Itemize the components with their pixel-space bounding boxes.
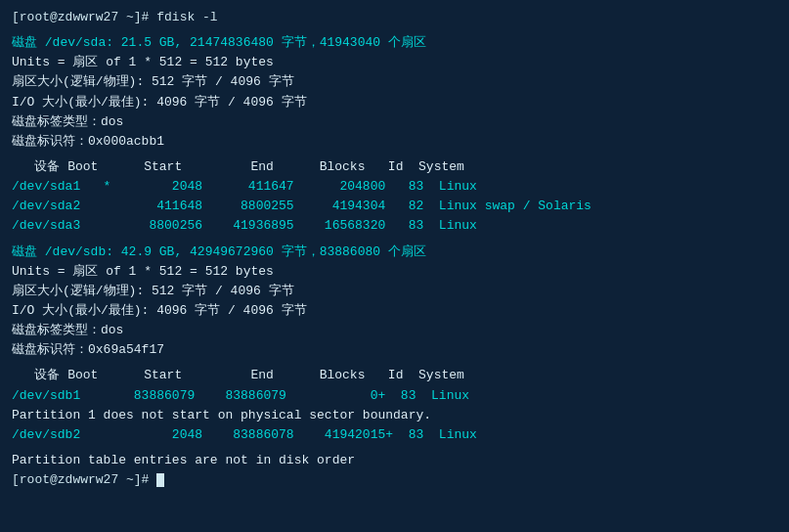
cmd-line: [root@zdwwrw27 ~]# fdisk -l	[12, 8, 777, 27]
order-warn: Partition table entries are not in disk …	[12, 451, 777, 470]
sdb-info1: 磁盘 /dev/sdb: 42.9 GB, 42949672960 字节，838…	[12, 243, 777, 262]
sda2-row: /dev/sda2 411648 8800255 4194304 82 Linu…	[12, 197, 777, 216]
sdb1-row: /dev/sdb1 83886079 83886079 0+ 83 Linux	[12, 386, 777, 406]
sdb-label: 磁盘标签类型：dos	[12, 321, 777, 340]
sdb-units: Units = 扇区 of 1 * 512 = 512 bytes	[12, 262, 777, 282]
sda-info1: 磁盘 /dev/sda: 21.5 GB, 21474836480 字节，419…	[12, 33, 777, 53]
sdb2-row: /dev/sdb2 2048 83886078 41942015+ 83 Lin…	[12, 425, 777, 445]
sdb-header: 设备 Boot Start End Blocks Id System	[12, 366, 777, 385]
sda-io: I/O 大小(最小/最佳): 4096 字节 / 4096 字节	[12, 93, 777, 112]
sda1-row: /dev/sda1 * 2048 411647 204800 83 Linux	[12, 177, 777, 197]
sdb1-warn: Partition 1 does not start on physical s…	[12, 406, 777, 425]
sda-header: 设备 Boot Start End Blocks Id System	[12, 157, 777, 177]
sdb-io: I/O 大小(最小/最佳): 4096 字节 / 4096 字节	[12, 301, 777, 321]
sdb-sector: 扇区大小(逻辑/物理): 512 字节 / 4096 字节	[12, 282, 777, 301]
terminal-window: [root@zdwwrw27 ~]# fdisk -l磁盘 /dev/sda: …	[0, 0, 789, 532]
sda3-row: /dev/sda3 8800256 41936895 16568320 83 L…	[12, 216, 777, 236]
prompt-end: [root@zdwwrw27 ~]#	[12, 470, 777, 490]
sda-label: 磁盘标签类型：dos	[12, 112, 777, 132]
sdb-id: 磁盘标识符：0x69a54f17	[12, 340, 777, 360]
sda-id: 磁盘标识符：0x000acbb1	[12, 132, 777, 152]
terminal-cursor	[156, 473, 164, 487]
sda-units: Units = 扇区 of 1 * 512 = 512 bytes	[12, 53, 777, 72]
sda-sector: 扇区大小(逻辑/物理): 512 字节 / 4096 字节	[12, 72, 777, 92]
